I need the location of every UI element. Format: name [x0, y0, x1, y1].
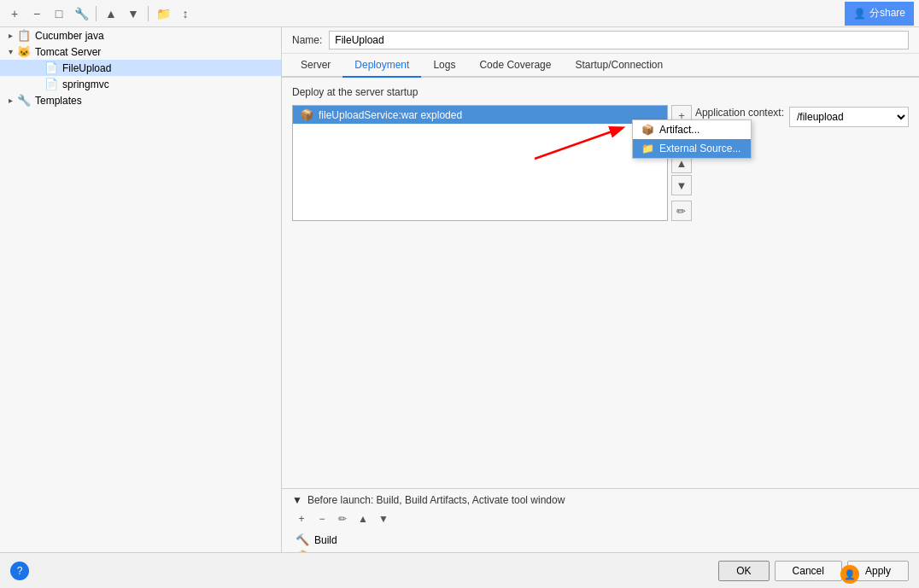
add-launch-btn[interactable]: +	[292, 509, 311, 528]
up-btn[interactable]: ▲	[102, 4, 120, 23]
before-launch-header[interactable]: ▼ Before launch: Build, Build Artifacts,…	[292, 494, 909, 506]
arrow-icon: ▸	[3, 96, 17, 105]
before-launch-toolbar: + − ✏ ▲ ▼	[292, 509, 909, 528]
external-source-label: External Source...	[659, 143, 740, 154]
tree-item-templates[interactable]: ▸ 🔧 Templates	[0, 92, 281, 108]
tree-label: springmvc	[62, 79, 109, 90]
deploy-label: Deploy at the server startup	[292, 86, 909, 98]
artifact-menu-icon: 📦	[641, 124, 654, 136]
move-down-deploy-btn[interactable]: ▼	[671, 175, 692, 195]
separator2	[148, 6, 149, 21]
tab-logs[interactable]: Logs	[421, 54, 467, 78]
tree-item-fileupload[interactable]: 📄 FileUpload	[0, 60, 281, 76]
down-launch-btn[interactable]: ▼	[374, 509, 393, 528]
edit-launch-btn[interactable]: ✏	[333, 509, 352, 528]
tree-item-cucumber[interactable]: ▸ 📋 Cucumber java	[0, 27, 281, 44]
tomcat-icon: 🐱	[17, 45, 32, 58]
right-panel: Name: Server Deployment Logs Code Covera…	[282, 27, 919, 588]
external-source-menu-item[interactable]: 📁 External Source...	[633, 139, 751, 158]
artifact-menu-label: Artifact...	[659, 124, 699, 136]
share-label: 分share	[869, 6, 905, 20]
help-button[interactable]: ?	[10, 562, 29, 580]
tree-label: Cucumber java	[35, 30, 104, 42]
up-launch-btn[interactable]: ▲	[354, 509, 372, 528]
app-context-label: Application context:	[695, 107, 784, 119]
name-bar: Name:	[282, 27, 919, 54]
tab-deployment[interactable]: Deployment	[342, 54, 421, 78]
tree-label: Tomcat Server	[35, 46, 101, 58]
build-icon: 🔨	[296, 533, 309, 546]
down-btn[interactable]: ▼	[124, 4, 143, 23]
copy-btn[interactable]: □	[50, 4, 68, 23]
tab-server[interactable]: Server	[289, 54, 342, 78]
share-button[interactable]: 👤 分share	[845, 2, 914, 26]
folder-icon: 📋	[17, 29, 32, 42]
name-label: Name:	[292, 34, 322, 46]
tree-label: Templates	[35, 95, 82, 107]
project-tree: ▸ 📋 Cucumber java ▾ 🐱 Tomcat Server 📄 Fi…	[0, 27, 282, 588]
folder-btn[interactable]: 📁	[154, 4, 173, 23]
external-source-icon: 📁	[641, 143, 654, 154]
toolbar: + − □ 🔧 ▲ ▼ 📁 ↕ 👤 分share	[0, 0, 919, 27]
add-btn[interactable]: +	[5, 4, 24, 23]
user-avatar: 👤	[840, 565, 859, 584]
arrow-icon: ▸	[3, 31, 17, 40]
tab-bar: Server Deployment Logs Code Coverage Sta…	[282, 54, 919, 78]
launch-item-build[interactable]: 🔨 Build	[292, 532, 909, 548]
tab-startup-connection[interactable]: Startup/Connection	[563, 54, 675, 78]
arrow-icon: ▾	[3, 47, 17, 56]
remove-btn[interactable]: −	[27, 4, 46, 23]
deployment-content: Deploy at the server startup 📦 fileUploa…	[282, 78, 919, 488]
dropdown-popup: 📦 Artifact... 📁 External Source...	[632, 119, 752, 159]
app-context-select[interactable]: /fileupload	[789, 107, 909, 127]
wrench-icon: 🔧	[17, 94, 32, 107]
cancel-button[interactable]: Cancel	[775, 561, 842, 581]
name-input[interactable]	[329, 31, 909, 49]
tree-item-springmvc[interactable]: 📄 springmvc	[0, 76, 281, 92]
sort-btn[interactable]: ↕	[176, 4, 195, 23]
deploy-item-label: fileUploadService:war exploded	[319, 109, 462, 121]
launch-item-label: Build	[314, 534, 337, 546]
ok-button[interactable]: OK	[718, 561, 769, 581]
separator1	[96, 6, 97, 21]
tab-code-coverage[interactable]: Code Coverage	[467, 54, 563, 78]
settings-btn[interactable]: 🔧	[72, 4, 91, 23]
tree-item-tomcat[interactable]: ▾ 🐱 Tomcat Server	[0, 44, 281, 60]
artifact-menu-item[interactable]: 📦 Artifact...	[633, 120, 751, 139]
share-icon: 👤	[853, 8, 866, 20]
bottom-bar: ? OK Cancel Apply 👤	[0, 552, 919, 588]
edit-deploy-btn[interactable]: ✏	[671, 201, 692, 221]
deployment-list: 📦 fileUploadService:war exploded	[292, 105, 668, 221]
file-icon: 📄	[44, 78, 60, 90]
deploy-item[interactable]: 📦 fileUploadService:war exploded	[293, 106, 667, 124]
tree-label: FileUpload	[62, 62, 111, 74]
artifact-icon: 📦	[300, 108, 313, 121]
collapse-icon: ▼	[292, 494, 302, 506]
remove-launch-btn[interactable]: −	[313, 509, 331, 528]
before-launch-label: Before launch: Build, Build Artifacts, A…	[307, 494, 565, 506]
file-icon: 📄	[44, 61, 60, 74]
